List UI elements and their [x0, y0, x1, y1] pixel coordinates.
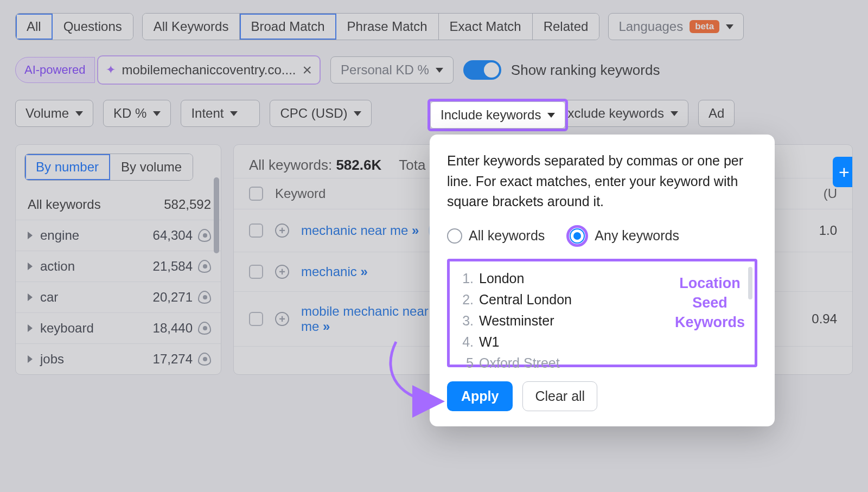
filter-exclude[interactable]: Exclude keywords	[548, 100, 688, 127]
sidebar-item-jobs[interactable]: jobs 17,274	[16, 343, 221, 374]
filter-volume[interactable]: Volume	[15, 100, 93, 127]
filter-label: Ad	[709, 106, 724, 121]
clear-all-button[interactable]: Clear all	[522, 381, 597, 411]
eye-icon[interactable]	[198, 291, 211, 304]
apply-button[interactable]: Apply	[447, 381, 513, 411]
tab-phrase-match[interactable]: Phrase Match	[336, 14, 439, 40]
chevron-right-icon	[28, 324, 33, 332]
close-icon[interactable]: ×	[303, 61, 312, 79]
keyword-line: Oxford Street	[479, 355, 560, 371]
row-right-val: 0.94	[812, 311, 837, 327]
eye-icon[interactable]	[198, 260, 211, 273]
row-checkbox[interactable]	[249, 312, 263, 326]
sort-by-number[interactable]: By number	[25, 154, 110, 180]
sidebar-item-action[interactable]: action 21,584	[16, 251, 221, 282]
add-button[interactable]: +	[833, 157, 853, 187]
sidebar-head: All keywords 582,592	[16, 189, 221, 220]
sort-by-volume[interactable]: By volume	[110, 154, 193, 180]
filter-label: Intent	[191, 106, 224, 121]
scrollbar[interactable]	[748, 267, 752, 299]
keyword-link[interactable]: mechanic near me »	[301, 223, 417, 238]
total-label: Tota	[399, 157, 425, 174]
col-keyword: Keyword	[275, 186, 326, 201]
sidebar-item-label: action	[40, 259, 75, 274]
keyword-line: Central London	[479, 292, 572, 308]
personal-kd-dropdown[interactable]: Personal KD %	[330, 56, 454, 84]
filter-label: CPC (USD)	[280, 106, 347, 121]
site-text: mobilemechaniccoventry.co....	[122, 62, 296, 78]
chevron-down-icon	[547, 113, 555, 118]
context-row: AI-powered ✦ mobilemechaniccoventry.co..…	[0, 46, 868, 90]
open-icon: »	[360, 264, 365, 279]
chevron-down-icon	[153, 111, 161, 116]
row-checkbox[interactable]	[249, 265, 263, 279]
filter-kd[interactable]: KD %	[103, 100, 171, 127]
keyword-link[interactable]: mechanic »	[301, 264, 366, 279]
sidebar-item-count: 21,584	[153, 259, 193, 274]
sort-segmented: By number By volume	[24, 154, 193, 181]
popover-instruction: Enter keywords separated by commas or on…	[447, 151, 757, 212]
add-icon[interactable]: +	[275, 223, 289, 238]
beta-badge: beta	[690, 20, 719, 33]
tab-questions[interactable]: Questions	[53, 14, 133, 40]
eye-icon[interactable]	[198, 353, 211, 366]
sidebar-head-count: 582,592	[164, 197, 211, 212]
filter-include-keywords[interactable]: Include keywords	[430, 101, 565, 129]
chevron-down-icon	[436, 68, 443, 73]
chevron-down-icon	[726, 24, 733, 29]
sidebar-item-count: 18,440	[153, 321, 193, 336]
keyword-line: London	[479, 271, 524, 286]
keyword-line: W1	[479, 334, 500, 350]
ai-label: AI-powered	[24, 63, 86, 77]
sidebar: By number By volume All keywords 582,592…	[15, 144, 221, 375]
sidebar-head-label: All keywords	[28, 197, 101, 212]
tab-related[interactable]: Related	[533, 14, 599, 40]
tab-all[interactable]: All	[16, 14, 53, 40]
sidebar-item-count: 17,274	[153, 352, 193, 367]
tab-group-questions: All Questions	[15, 13, 133, 40]
filter-label: KD %	[113, 106, 146, 121]
keywords-textarea[interactable]: 1.London 2.Central London 3.Westminster …	[447, 259, 757, 367]
filter-label: Exclude keywords	[559, 106, 663, 121]
row-checkbox[interactable]	[249, 223, 263, 238]
radio-label: Any keywords	[595, 228, 679, 244]
filter-label: Include keywords	[441, 107, 541, 123]
sidebar-item-engine[interactable]: engine 64,304	[16, 220, 221, 251]
sparkle-icon: ✦	[106, 63, 116, 77]
toggle-label: Show ranking keywords	[511, 62, 660, 79]
chevron-down-icon	[230, 111, 238, 116]
open-icon: »	[412, 223, 417, 238]
sidebar-item-count: 20,271	[153, 290, 193, 305]
summary-value: 582.6K	[336, 157, 381, 173]
popover-actions: Apply Clear all	[447, 381, 757, 411]
show-ranking-toggle[interactable]	[463, 60, 501, 80]
add-icon[interactable]: +	[275, 312, 289, 326]
filter-cpc[interactable]: CPC (USD)	[270, 100, 372, 127]
sidebar-item-car[interactable]: car 20,271	[16, 282, 221, 312]
chevron-right-icon	[28, 232, 33, 239]
filter-ad[interactable]: Ad	[698, 100, 735, 127]
scrollbar[interactable]	[214, 177, 219, 253]
sidebar-item-label: engine	[40, 228, 79, 243]
tab-exact-match[interactable]: Exact Match	[439, 14, 533, 40]
sidebar-item-keyboard[interactable]: keyboard 18,440	[16, 312, 221, 343]
tab-group-match: All Keywords Broad Match Phrase Match Ex…	[142, 13, 600, 40]
include-keywords-highlight: Include keywords	[427, 99, 568, 131]
radio-all-keywords[interactable]: All keywords	[447, 228, 545, 244]
tab-all-keywords[interactable]: All Keywords	[143, 14, 240, 40]
radio-group: All keywords Any keywords	[447, 225, 757, 247]
ai-powered-badge: AI-powered	[15, 57, 95, 83]
row-right-val: 1.0	[819, 223, 837, 238]
keyword-link[interactable]: mobile mechanic near me »	[301, 304, 442, 334]
filter-intent[interactable]: Intent	[181, 100, 260, 127]
tab-broad-match[interactable]: Broad Match	[240, 14, 336, 40]
site-chip[interactable]: ✦ mobilemechaniccoventry.co.... ×	[97, 55, 321, 85]
eye-icon[interactable]	[198, 229, 211, 242]
sidebar-item-label: car	[40, 290, 58, 305]
radio-any-keywords[interactable]: Any keywords	[566, 225, 679, 247]
include-keywords-popover: Enter keywords separated by commas or on…	[430, 135, 775, 426]
select-all-checkbox[interactable]	[249, 187, 263, 201]
add-icon[interactable]: +	[275, 265, 289, 279]
eye-icon[interactable]	[198, 322, 211, 335]
languages-dropdown[interactable]: Languages beta	[608, 13, 744, 40]
